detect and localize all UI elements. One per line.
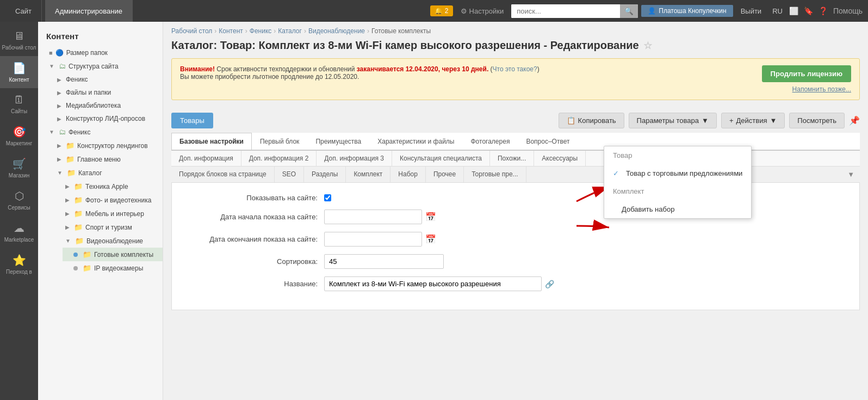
tab-extra-info-3[interactable]: Доп. информация 3 — [317, 151, 392, 166]
tab-first-block[interactable]: Первый блок — [252, 133, 307, 151]
calendar-icon-2[interactable]: 📅 — [425, 234, 436, 244]
calendar-icon[interactable]: 📅 — [425, 212, 436, 222]
alert-text: Внимание! Срок активности техподдержки и… — [180, 65, 762, 81]
sidebar-item-sites[interactable]: 🗓 Сайты — [0, 88, 38, 120]
tab-extra-info[interactable]: Доп. информация — [171, 151, 241, 166]
bookmark-icon[interactable]: 🔖 — [804, 7, 813, 15]
date-start-input[interactable] — [324, 210, 422, 224]
favorite-star-icon[interactable]: ☆ — [643, 40, 652, 52]
search-input[interactable] — [511, 4, 620, 18]
nav-bullet: ■ — [49, 50, 53, 56]
nav-files[interactable]: ▶ Файлы и папки — [46, 86, 163, 99]
sidebar-item-shop[interactable]: 🛒 Магазин — [0, 152, 38, 184]
shop-icon: 🛒 — [13, 157, 26, 170]
tab-set[interactable]: Набор — [390, 167, 426, 182]
sidebar-item-content[interactable]: 📄 Контент — [0, 56, 38, 88]
copy-button[interactable]: 📋 Копировать — [559, 113, 624, 128]
tab-extra-info-2[interactable]: Доп. информация 2 — [241, 151, 317, 166]
nav-furniture[interactable]: ▶ 📁 Мебель и интерьер — [54, 207, 163, 220]
content-icon: 📄 — [13, 61, 26, 75]
collapse-icon[interactable]: ▼ — [842, 167, 860, 182]
language-selector[interactable]: RU — [769, 7, 786, 15]
nav-landing[interactable]: ▶ 📁 Конструктор лендингов — [46, 139, 163, 152]
name-input[interactable] — [324, 276, 542, 291]
sidebar-item-marketplace[interactable]: ☁ Marketplace — [0, 216, 38, 248]
sidebar-item-services[interactable]: ⬡ Сервисы — [0, 184, 38, 216]
bc-desktop[interactable]: Рабочий стол — [171, 27, 212, 35]
sep: › — [367, 27, 369, 35]
bc-content[interactable]: Контент — [219, 27, 243, 35]
tab-similar[interactable]: Похожи... — [490, 151, 534, 166]
sidebar-item-goto[interactable]: ⭐ Переход в — [0, 248, 38, 280]
remind-later-link[interactable]: Напомнить позже... — [792, 85, 851, 93]
user-icon: 👤 — [648, 7, 656, 15]
nav-fenix-1[interactable]: ▶ Феникс — [46, 73, 163, 86]
pin-icon[interactable]: 📌 — [849, 115, 860, 126]
nav-folder-size[interactable]: ■ 🔵 Размер папок — [38, 46, 163, 59]
sidebar-item-marketing[interactable]: 🎯 Маркетинг — [0, 120, 38, 152]
tab-advantages[interactable]: Преимущества — [307, 133, 369, 151]
tab-other[interactable]: Прочее — [426, 167, 464, 182]
link-icon[interactable]: 🔗 — [545, 280, 554, 288]
sep: › — [304, 27, 306, 35]
settings-link[interactable]: ⚙ Настройки — [456, 7, 509, 15]
bc-fenix[interactable]: Феникс — [250, 27, 272, 35]
user-menu[interactable]: 👤 Платоша Кнопулечкин — [641, 5, 733, 17]
nav-media[interactable]: ▶ Медиабиблиотека — [46, 99, 163, 112]
nav-photo[interactable]: ▶ 📁 Фото- и видеотехника — [54, 193, 163, 207]
nav-video[interactable]: ▼ 📁 Видеонаблюдение — [54, 234, 163, 248]
view-button[interactable]: Посмотреть — [789, 113, 845, 128]
nav-lid[interactable]: ▶ Конструктор ЛИД-опросов — [46, 112, 163, 125]
renew-license-button[interactable]: Продлить лицензию — [762, 65, 851, 82]
tab-sections[interactable]: Разделы — [304, 167, 346, 182]
nav-catalog[interactable]: ▼ 📁 Каталог — [46, 166, 163, 180]
search-button[interactable]: 🔍 — [620, 4, 638, 18]
tab-consult[interactable]: Консультация специалиста — [392, 151, 490, 166]
site-tab[interactable]: Сайт — [5, 0, 42, 22]
nav-apple[interactable]: ▶ 📁 Техника Apple — [54, 180, 163, 193]
nav-ready-kits[interactable]: 📁 Готовые комплекты — [63, 248, 163, 261]
marketing-icon: 🎯 — [13, 125, 26, 138]
nav-site-structure[interactable]: ▼ 🗂 Структура сайта — [38, 59, 163, 73]
dropdown-item-goods-with-offers[interactable]: ✓ Товар с торговыми предложениями — [604, 164, 751, 182]
alert-box: Внимание! Срок активности техподдержки и… — [171, 58, 860, 100]
bc-catalog[interactable]: Каталог — [278, 27, 302, 35]
nav-video-sub: 📁 Готовые комплекты 📁 IP видеокамеры — [54, 248, 163, 275]
tab-gallery[interactable]: Фотогалерея — [463, 133, 518, 151]
admin-tab[interactable]: Администрирование — [45, 0, 133, 22]
shop-label: Магазин — [9, 173, 30, 179]
tab-trade[interactable]: Торговые пре... — [464, 167, 526, 182]
tab-qa[interactable]: Вопрос–Ответ — [518, 133, 578, 151]
tab-characteristics[interactable]: Характеристики и файлы — [369, 133, 462, 151]
sites-label: Сайты — [11, 108, 27, 114]
tab-seo[interactable]: SEO — [275, 167, 304, 182]
tab-block-order[interactable]: Порядок блоков на странице — [171, 167, 275, 182]
tab-base-settings[interactable]: Базовые настройки — [171, 133, 252, 151]
sort-input[interactable] — [324, 254, 444, 269]
actions-button[interactable]: + Действия ▼ — [721, 113, 785, 128]
tabs-row-3: Порядок блоков на странице SEO Разделы К… — [171, 167, 860, 183]
dropdown-item-add-set[interactable]: Добавить набор — [604, 200, 751, 218]
nav-ip-cameras[interactable]: 📁 IP видеокамеры — [63, 261, 163, 275]
bc-video[interactable]: Видеонаблюдение — [308, 27, 365, 35]
sidebar-item-desktop[interactable]: 🖥 Рабочий стол — [0, 24, 38, 56]
tab-accessories[interactable]: Аксессуары — [534, 151, 586, 166]
param-button[interactable]: Параметры товара ▼ — [629, 113, 717, 128]
monitor-icon[interactable]: ⬜ — [789, 7, 798, 15]
goods-button[interactable]: Товары — [171, 113, 213, 128]
logout-button[interactable]: Выйти — [736, 7, 766, 15]
date-end-input[interactable] — [324, 232, 422, 247]
alert-warning: Внимание! — [180, 65, 215, 73]
nav-fenix-2[interactable]: ▼ 🗂 Феникс — [38, 125, 163, 139]
help-icon[interactable]: ❓ — [819, 7, 828, 15]
folder-icon: 🗂 — [59, 128, 66, 136]
help-label[interactable]: Помощь — [833, 7, 863, 15]
show-checkbox[interactable] — [324, 194, 331, 201]
nav-sport[interactable]: ▶ 📁 Спорт и туризм — [54, 220, 163, 234]
nav-menu[interactable]: ▶ 📁 Главное меню — [46, 152, 163, 166]
services-icon: ⬡ — [15, 189, 24, 202]
arrow: ▶ — [65, 183, 70, 189]
tab-kit[interactable]: Комплект — [346, 167, 390, 182]
notifications-bell[interactable]: 🔔 2 — [430, 5, 453, 16]
alert-link[interactable]: Что это такое? — [493, 65, 537, 73]
